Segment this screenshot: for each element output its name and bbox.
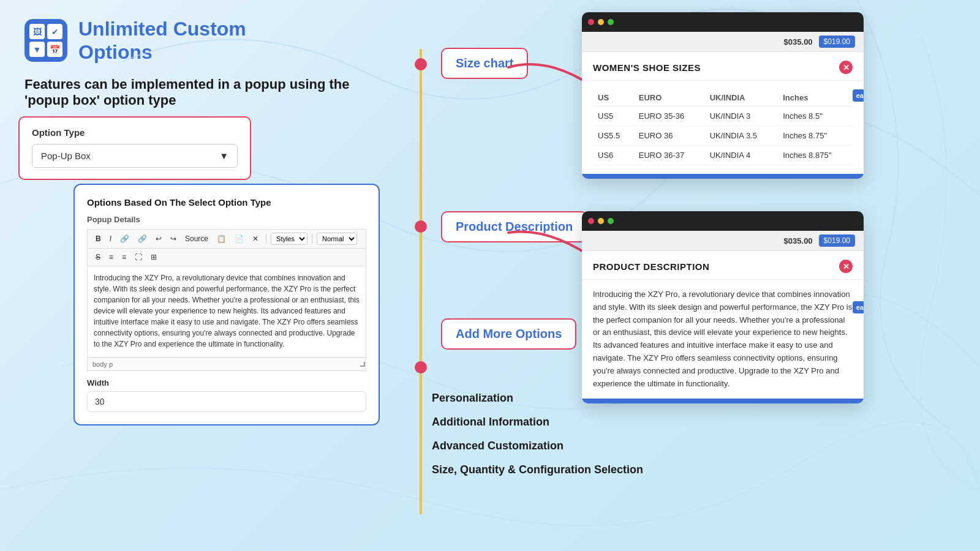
logo-icon-image: 🖼 [29, 24, 45, 39]
redo-button[interactable]: ↪ [167, 233, 179, 244]
size-chart-label: Size chart [441, 48, 528, 79]
editor-content: Introducing the XZY Pro, a revolutionary… [94, 272, 360, 350]
option-type-box: Option Type Pop-Up Box ▼ [18, 116, 251, 180]
add-more-items: Personalization Additional Information A… [432, 392, 643, 487]
prod-popup-titlebar [582, 211, 864, 231]
prod-price-old: $035.00 [784, 236, 813, 246]
editor-footer: body p [87, 358, 366, 371]
cell-uk-2: UK/INDIA 3.5 [705, 126, 778, 146]
app-logo: 🖼 ✔ ▼ 📅 [24, 19, 67, 62]
option-type-select[interactable]: Pop-Up Box ▼ [32, 144, 238, 168]
prod-popup-bottom-bar [582, 399, 864, 403]
source-button[interactable]: Source [182, 233, 211, 244]
undo-button[interactable]: ↩ [153, 233, 165, 244]
col-uk: UK/INDIA [705, 89, 778, 107]
table-button[interactable]: ⊞ [148, 252, 160, 263]
toolbar-separator-1 [266, 234, 266, 244]
max-dot-2 [608, 218, 614, 224]
logo-icon-check: ✔ [47, 24, 62, 39]
col-inches: Inches [778, 89, 853, 107]
size-chart-popup: $035.00 $019.00 WOMEN'S SHOE SIZES ✕ ea … [582, 12, 864, 179]
min-dot [598, 19, 604, 25]
prod-popup-body: Introducing the XZY Pro, a revolutionary… [582, 280, 864, 399]
chevron-down-icon: ▼ [219, 151, 228, 161]
page-subtitle: Features can be implemented in a popup u… [0, 70, 404, 121]
editor-area[interactable]: Introducing the XZY Pro, a revolutionary… [87, 266, 366, 358]
cell-euro-3: EURO 36-37 [634, 146, 705, 165]
cell-euro-2: EURO 36 [634, 126, 705, 146]
ordered-list-button[interactable]: ≡ [106, 252, 116, 263]
add-more-item-2: Additional Information [432, 416, 643, 429]
col-us: US [593, 89, 634, 107]
product-description-label: Product Description [441, 211, 587, 242]
size-chart-table: US EURO UK/INDIA Inches US5 EURO 35-36 U… [593, 89, 853, 165]
table-row: US5.5 EURO 36 UK/INDIA 3.5 Inches 8.75" [593, 126, 853, 146]
ea-badge-1: ea [853, 89, 864, 102]
strikethrough-button[interactable]: S [92, 252, 104, 263]
popup-titlebar [582, 12, 864, 32]
ea-badge-2: ea [853, 301, 864, 313]
logo-icon-calendar: 📅 [47, 42, 62, 57]
unordered-list-button[interactable]: ≡ [119, 252, 129, 263]
cell-inches-1: Inches 8.5" [778, 107, 853, 126]
bold-button[interactable]: B [92, 233, 104, 244]
add-more-item-4: Size, Quantity & Configuration Selection [432, 463, 643, 476]
prod-price-bar: $035.00 $019.00 [582, 231, 864, 251]
min-dot-2 [598, 218, 604, 224]
size-chart-close-button[interactable]: ✕ [839, 61, 853, 74]
size-chart-popup-header: WOMEN'S SHOE SIZES ✕ ea [582, 52, 864, 81]
inner-card-title: Options Based On The Select Option Type [87, 197, 366, 208]
size-chart-popup-title: WOMEN'S SHOE SIZES [593, 62, 701, 73]
prod-popup-close-button[interactable]: ✕ [839, 260, 853, 273]
timeline-dot-1 [415, 58, 427, 70]
styles-dropdown[interactable]: Styles [271, 233, 307, 245]
add-more-options-label: Add More Options [441, 318, 576, 350]
size-table-header-row: US EURO UK/INDIA Inches [593, 89, 853, 107]
format-dropdown[interactable]: Normal [317, 233, 357, 245]
logo-icon-dropdown: ▼ [29, 42, 45, 57]
width-input[interactable] [87, 391, 366, 412]
cell-us-1: US5 [593, 107, 634, 126]
popup-details-label: Popup Details [87, 215, 366, 224]
prod-popup-header: PRODUCT DESCRIPTION ✕ ea [582, 251, 864, 280]
editor-resize-handle[interactable] [360, 362, 365, 367]
width-label: Width [87, 378, 366, 388]
cell-euro-1: EURO 35-36 [634, 107, 705, 126]
link-button[interactable]: 🔗 [117, 233, 132, 244]
timeline-dot-3 [415, 361, 427, 373]
close-dot-2 [588, 218, 594, 224]
app-title: Unlimited Custom Options [78, 17, 246, 64]
table-row: US5 EURO 35-36 UK/INDIA 3 Inches 8.5" [593, 107, 853, 126]
editor-toolbar-row2: S ≡ ≡ ⛶ ⊞ [87, 248, 366, 266]
maximize-button[interactable]: ⛶ [132, 252, 145, 263]
close-dot [588, 19, 594, 25]
italic-button[interactable]: I [107, 233, 115, 244]
editor-footer-text: body p [92, 361, 113, 368]
size-chart-popup-body: US EURO UK/INDIA Inches US5 EURO 35-36 U… [582, 81, 864, 174]
cell-inches-2: Inches 8.75" [778, 126, 853, 146]
col-euro: EURO [634, 89, 705, 107]
remove-format-button[interactable]: ✕ [249, 233, 262, 244]
cell-inches-3: Inches 8.875" [778, 146, 853, 165]
paste-button[interactable]: 📄 [232, 233, 247, 244]
prod-popup-title: PRODUCT DESCRIPTION [593, 261, 709, 272]
size-chart-price-old: $035.00 [784, 37, 813, 47]
option-type-value: Pop-Up Box [41, 151, 91, 161]
size-chart-bottom-bar [582, 174, 864, 179]
center-timeline [420, 49, 422, 514]
prod-desc-text: Introducing the XZY Pro, a revolutionary… [593, 288, 853, 390]
max-dot [608, 19, 614, 25]
cell-us-3: US6 [593, 146, 634, 165]
unlink-button[interactable]: 🔗 [135, 233, 150, 244]
table-row: US6 EURO 36-37 UK/INDIA 4 Inches 8.875" [593, 146, 853, 165]
product-desc-popup: $035.00 $019.00 PRODUCT DESCRIPTION ✕ ea… [582, 211, 864, 403]
add-more-item-3: Advanced Customization [432, 440, 643, 452]
cell-uk-3: UK/INDIA 4 [705, 146, 778, 165]
copy-button[interactable]: 📋 [214, 233, 229, 244]
inner-card: Options Based On The Select Option Type … [74, 184, 380, 425]
size-chart-price-bar: $035.00 $019.00 [582, 32, 864, 52]
option-type-label: Option Type [32, 127, 238, 138]
editor-toolbar: B I 🔗 🔗 ↩ ↪ Source 📋 📄 ✕ Styles Normal [87, 229, 366, 248]
timeline-dot-2 [415, 220, 427, 233]
toolbar-separator-2 [312, 234, 312, 244]
